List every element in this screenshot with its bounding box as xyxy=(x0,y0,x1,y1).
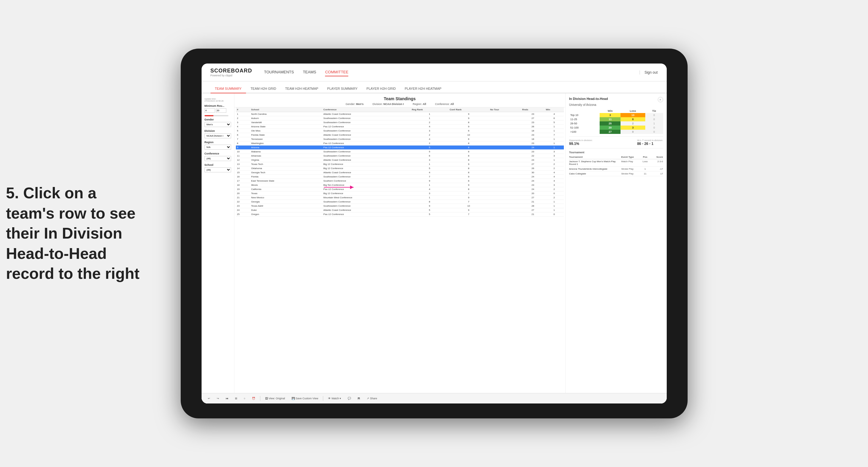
tournament-event: Stroke Play xyxy=(621,167,639,170)
cell-rnds: 28 xyxy=(521,204,545,208)
table-row[interactable]: 9 Arizona Pac-12 Conference 5 8 24 1 xyxy=(236,146,564,150)
cell-no-tour xyxy=(489,142,521,146)
table-scroll-area[interactable]: # School Conference Reg Rank Conf Rank N… xyxy=(235,107,565,403)
cell-conf-rank: 10 xyxy=(448,133,489,137)
table-row[interactable]: 21 New Mexico Mountain West Conference 1… xyxy=(236,196,564,200)
table-row[interactable]: 19 California Pac-12 Conference 4 8 24 2 xyxy=(236,187,564,191)
opponents-label: Opponents in division: xyxy=(569,139,593,142)
table-row[interactable]: 13 Texas Tech Big 12 Conference 1 9 27 2 xyxy=(236,162,564,166)
wlt-stat: W-L-T record in-division: 86 - 26 - 1 xyxy=(637,139,663,146)
cell-reg-rank: 4 xyxy=(411,170,448,175)
cell-rnds: 23 xyxy=(521,183,545,187)
h2h-close-button[interactable]: × xyxy=(658,97,663,102)
cell-conf-rank: 8 xyxy=(448,187,489,191)
tournament-row: Arizona Thunderbirds Intercollegiate Str… xyxy=(569,167,663,172)
toolbar-reset[interactable]: ⏮ xyxy=(224,396,230,401)
cell-school: Arkansas xyxy=(250,154,322,158)
table-row[interactable]: 24 Duke Atlantic Coast Conference 5 9 27… xyxy=(236,208,564,212)
table-row[interactable]: 12 Virginia Atlantic Coast Conference 3 … xyxy=(236,158,564,162)
nav-teams[interactable]: TEAMS xyxy=(303,68,316,76)
cell-school: Arizona xyxy=(250,146,322,150)
tournament-pos: 1 xyxy=(641,167,650,170)
cell-num: 8 xyxy=(236,142,250,146)
opponents-value: 99.1% xyxy=(569,142,593,146)
cell-reg-rank: 8 xyxy=(411,200,448,204)
table-row[interactable]: 16 Florida Southeastern Conference 7 9 2… xyxy=(236,175,564,179)
table-row[interactable]: 10 Alabama Southeastern Conference 5 8 2… xyxy=(236,150,564,154)
table-row[interactable]: 2 Auburn Southeastern Conference 1 9 27 … xyxy=(236,116,564,121)
tournament-name: Arizona Thunderbirds Intercollegiate xyxy=(569,167,620,170)
table-row[interactable]: 3 Vanderbilt Southeastern Conference 2 8… xyxy=(236,121,564,125)
toolbar-save-custom[interactable]: 💾 Save Custom View xyxy=(290,396,320,401)
toolbar-watch[interactable]: 👁 Watch ▾ xyxy=(326,396,343,401)
nav-tournaments[interactable]: TOURNAMENTS xyxy=(264,68,294,76)
cell-rnds: 23 xyxy=(521,112,545,116)
table-row[interactable]: 22 Georgia Southeastern Conference 8 7 2… xyxy=(236,200,564,204)
table-row[interactable]: 17 East Tennessee State Southern Confere… xyxy=(236,179,564,183)
cell-rnds: 23 xyxy=(521,150,545,154)
toolbar-time[interactable]: ⏰ xyxy=(250,396,257,401)
table-row[interactable]: 4 Arizona State Pac-12 Conference 4 9 26… xyxy=(236,125,564,129)
toolbar-play[interactable]: ○ xyxy=(242,396,247,401)
toolbar-comment[interactable]: 💬 xyxy=(346,396,353,401)
h2h-col-loss: Loss xyxy=(621,109,645,113)
table-row[interactable]: 6 Florida State Atlantic Coast Conferenc… xyxy=(236,133,564,137)
toolbar-share[interactable]: ↗ Share xyxy=(365,396,379,401)
cell-school: Georgia xyxy=(250,200,322,204)
nav-committee[interactable]: COMMITTEE xyxy=(325,68,348,76)
min-rounds-min-input[interactable] xyxy=(205,108,215,113)
table-row[interactable]: 11 Arkansas Southeastern Conference 6 8 … xyxy=(236,154,564,158)
table-row[interactable]: 25 Oregon Pac-12 Conference 5 7 21 0 xyxy=(236,212,564,217)
cell-no-tour xyxy=(489,212,521,217)
nav-links: TOURNAMENTS TEAMS COMMITTEE xyxy=(264,68,640,76)
gender-select[interactable]: Men's xyxy=(205,122,231,127)
subnav-player-h2h-heatmap[interactable]: PLAYER H2H HEATMAP xyxy=(400,84,446,93)
cell-num: 20 xyxy=(236,191,250,196)
division-select[interactable]: NCAA Division I xyxy=(205,133,231,138)
cell-no-tour xyxy=(489,158,521,162)
cell-conference: Atlantic Coast Conference xyxy=(322,112,411,116)
subnav-player-summary[interactable]: PLAYER SUMMARY xyxy=(322,84,362,93)
region-select[interactable]: N/A xyxy=(205,145,231,150)
cell-reg-rank: 5 xyxy=(411,150,448,154)
cell-conf-rank: 8 xyxy=(448,170,489,175)
toolbar-view-original[interactable]: 🖼 View: Original xyxy=(263,396,287,401)
cell-conference: Southeastern Conference xyxy=(322,137,411,142)
filters-panel: Update time: 27/03/2024 16:56:26 Minimum… xyxy=(202,93,235,403)
top-nav: SCOREBOARD Powered by clippd TOURNAMENTS… xyxy=(202,64,667,82)
toolbar-grid[interactable]: ⊞ xyxy=(233,396,239,401)
table-row[interactable]: 14 Oklahoma Big 12 Conference 5 8 26 2 xyxy=(236,166,564,170)
toolbar-undo[interactable]: ↩ xyxy=(206,396,212,401)
min-rounds-max-input[interactable] xyxy=(216,108,226,113)
table-row[interactable]: 15 Georgia Tech Atlantic Coast Conferenc… xyxy=(236,170,564,175)
cell-reg-rank: 2 xyxy=(411,133,448,137)
subnav-team-h2h-heatmap[interactable]: TEAM H2H HEATMAP xyxy=(281,84,322,93)
subnav-team-summary[interactable]: TEAM SUMMARY xyxy=(211,84,246,93)
cell-conf-rank: 8 xyxy=(448,150,489,154)
toolbar-grid2[interactable]: ⬒ xyxy=(356,396,362,401)
table-row[interactable]: 7 Tennessee Southeastern Conference 4 6 … xyxy=(236,137,564,142)
school-select[interactable]: (All) xyxy=(205,167,231,173)
h2h-cell-win: 20 xyxy=(600,126,621,130)
table-row[interactable]: 5 Ole Miss Southeastern Conference 3 6 1… xyxy=(236,129,564,133)
table-row[interactable]: 18 Illinois Big Ten Conference 1 9 23 3 xyxy=(236,183,564,187)
cell-no-tour xyxy=(489,121,521,125)
table-row[interactable]: 23 Texas A&M Southeastern Conference 9 1… xyxy=(236,204,564,208)
sign-out-button[interactable]: Sign out xyxy=(640,70,657,74)
tournament-pos: Loss xyxy=(641,160,650,165)
tournament-event: Match Play xyxy=(621,160,639,165)
table-row[interactable]: 20 Texas Big 12 Conference 3 7 20 0 xyxy=(236,191,564,196)
subnav-player-h2h-grid[interactable]: PLAYER H2H GRID xyxy=(362,84,400,93)
opponents-stat: Opponents in division: 99.1% xyxy=(569,139,593,146)
tournament-col-name: Tournament xyxy=(569,156,620,158)
h2h-cell-tie: 1 xyxy=(645,121,663,126)
min-rounds-slider[interactable] xyxy=(205,115,228,116)
toolbar-redo[interactable]: ↪ xyxy=(215,396,221,401)
cell-conference: Pac-12 Conference xyxy=(322,142,411,146)
table-row[interactable]: 8 Washington Pac-12 Conference 2 8 23 1 xyxy=(236,142,564,146)
division-meta: Division: NCAA Division I xyxy=(372,102,404,105)
subnav-team-h2h-grid[interactable]: TEAM H2H GRID xyxy=(246,84,281,93)
tournament-score: -17 xyxy=(651,167,663,170)
table-row[interactable]: 1 North Carolina Atlantic Coast Conferen… xyxy=(236,112,564,116)
conference-select[interactable]: (All) xyxy=(205,156,231,161)
